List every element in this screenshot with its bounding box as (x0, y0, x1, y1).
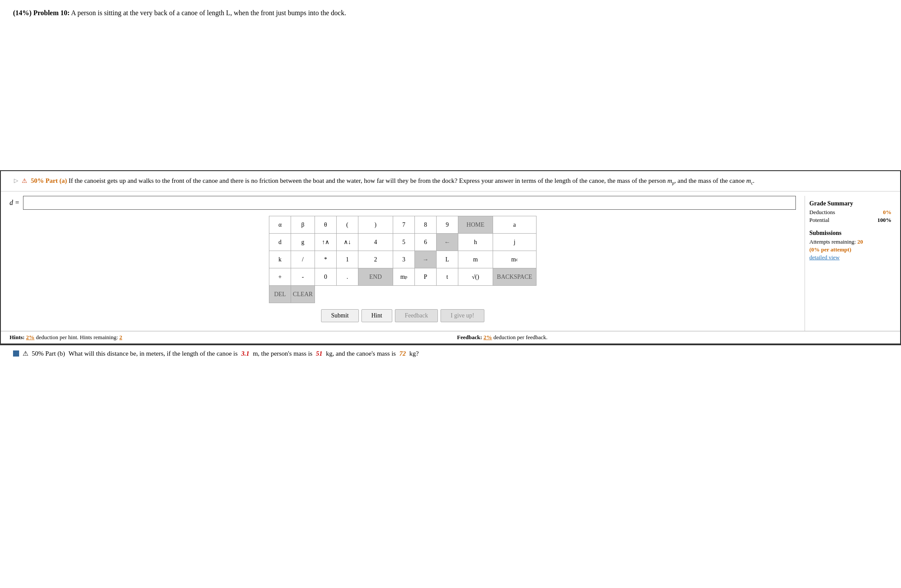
feedback-text: Feedback: (457, 334, 484, 340)
part-a-section: ▷ ⚠ 50% Part (a) If the canoeist gets up… (0, 170, 901, 344)
per-attempt-row: (0% per attempt) (809, 246, 891, 253)
part-a-label: 50% Part (a) (31, 177, 67, 184)
action-buttons: Submit Hint Feedback I give up! (10, 309, 796, 322)
part-a-body: d = α β θ ( ) 7 8 9 HOME (1, 192, 900, 331)
key-9[interactable]: 9 (437, 216, 458, 234)
key-6[interactable]: 6 (415, 234, 437, 251)
attempts-label: Attempts remaining: (809, 238, 856, 245)
key-end[interactable]: END (358, 268, 393, 286)
blue-square-icon (13, 350, 19, 357)
give-up-button[interactable]: I give up! (441, 309, 484, 322)
hint-button[interactable]: Hint (361, 309, 392, 322)
deductions-label: Deductions (809, 209, 835, 216)
diagram-area (0, 23, 901, 170)
key-h[interactable]: h (458, 234, 493, 251)
hints-feedback-bar: Hints: 2% deduction per hint. Hints rema… (1, 331, 900, 344)
potential-value: 100% (878, 217, 892, 224)
grade-summary-title: Grade Summary (809, 200, 891, 207)
keyboard-area: α β θ ( ) 7 8 9 HOME a d g ↑∧ (10, 216, 796, 303)
equation-label: d = (10, 199, 20, 207)
play-icon[interactable]: ▷ (14, 176, 18, 185)
part-b-statement-start: What will this distance be, in meters, i… (69, 350, 238, 357)
problem-percent: (14%) (13, 9, 32, 17)
grade-summary-panel: Grade Summary Deductions 0% Potential 10… (805, 196, 900, 331)
feedback-deduction-value[interactable]: 2% (484, 334, 492, 340)
key-asterisk[interactable]: * (315, 251, 337, 268)
part-a-left: d = α β θ ( ) 7 8 9 HOME (1, 196, 805, 331)
key-d[interactable]: d (269, 234, 291, 251)
key-clear[interactable]: CLEAR (291, 286, 315, 303)
detailed-view-link[interactable]: detailed view (809, 254, 840, 261)
key-mp[interactable]: mp (393, 268, 415, 286)
part-b-mass-c-value: 72 (399, 350, 406, 357)
key-j[interactable]: j (493, 234, 537, 251)
key-1[interactable]: 1 (337, 251, 358, 268)
key-2[interactable]: 2 (358, 251, 393, 268)
problem-statement: A person is sitting at the very back of … (71, 9, 346, 17)
part-b-header: ⚠ 50% Part (b) What will this distance b… (0, 344, 901, 362)
key-m[interactable]: m (458, 251, 493, 268)
key-theta[interactable]: θ (315, 216, 337, 234)
warning-icon: ⚠ (22, 176, 27, 186)
key-0[interactable]: 0 (315, 268, 337, 286)
submit-button[interactable]: Submit (321, 309, 358, 322)
key-beta[interactable]: β (291, 216, 315, 234)
key-k[interactable]: k (269, 251, 291, 268)
potential-row: Potential 100% (809, 217, 891, 224)
key-mc[interactable]: mc (493, 251, 537, 268)
key-del[interactable]: DEL (269, 286, 291, 303)
key-4[interactable]: 4 (358, 234, 393, 251)
detailed-view-row[interactable]: detailed view (809, 254, 891, 261)
key-slash[interactable]: / (291, 251, 315, 268)
key-close-paren[interactable]: ) (358, 216, 393, 234)
problem-header: (14%) Problem 10: A person is sitting at… (0, 0, 901, 23)
equation-row: d = (10, 196, 796, 210)
hints-col: Hints: 2% deduction per hint. Hints rema… (10, 334, 444, 341)
key-right-arrow[interactable]: → (415, 251, 437, 268)
key-t[interactable]: t (437, 268, 458, 286)
key-a[interactable]: a (493, 216, 537, 234)
key-sqrt[interactable]: √() (458, 268, 493, 286)
page-container: (14%) Problem 10: A person is sitting at… (0, 0, 901, 588)
part-b-label: 50% Part (b) (32, 350, 65, 357)
hints-middle-text: deduction per hint. Hints remaining: (36, 334, 118, 340)
key-g[interactable]: g (291, 234, 315, 251)
key-open-paren[interactable]: ( (337, 216, 358, 234)
feedback-button[interactable]: Feedback (395, 309, 438, 322)
key-L[interactable]: L (437, 251, 458, 268)
part-b-length-unit: m, the person's mass is (253, 350, 312, 357)
part-a-statement: If the canoeist gets up and walks to the… (69, 177, 755, 184)
deductions-value: 0% (883, 209, 892, 216)
key-8[interactable]: 8 (415, 216, 437, 234)
keyboard-grid: α β θ ( ) 7 8 9 HOME a d g ↑∧ (269, 216, 537, 303)
key-up-arrow[interactable]: ↑∧ (315, 234, 337, 251)
hints-remaining-value[interactable]: 2 (119, 334, 123, 340)
key-backspace[interactable]: BACKSPACE (493, 268, 537, 286)
answer-input[interactable] (23, 196, 796, 210)
hints-deduction-value[interactable]: 2% (26, 334, 35, 340)
key-5[interactable]: 5 (393, 234, 415, 251)
key-7[interactable]: 7 (393, 216, 415, 234)
attempts-row: Attempts remaining: 20 (809, 238, 891, 245)
part-b-length-value: 3.1 (241, 350, 249, 357)
key-3[interactable]: 3 (393, 251, 415, 268)
key-down-arrow[interactable]: ∧↓ (337, 234, 358, 251)
problem-number: Problem 10: (33, 9, 70, 17)
submissions-title: Submissions (809, 230, 891, 237)
key-plus[interactable]: + (269, 268, 291, 286)
key-alpha[interactable]: α (269, 216, 291, 234)
deductions-row: Deductions 0% (809, 209, 891, 216)
submissions-section: Submissions Attempts remaining: 20 (0% p… (809, 230, 891, 261)
key-dot[interactable]: . (337, 268, 358, 286)
key-minus[interactable]: - (291, 268, 315, 286)
key-P[interactable]: P (415, 268, 437, 286)
part-b-mass-p-unit: kg, and the canoe's mass is (326, 350, 396, 357)
key-left-arrow[interactable]: ← (437, 234, 458, 251)
grade-summary: Grade Summary Deductions 0% Potential 10… (809, 200, 891, 224)
part-b-mass-c-end: kg? (409, 350, 419, 357)
key-home[interactable]: HOME (458, 216, 493, 234)
feedback-col: Feedback: 2% deduction per feedback. (457, 334, 891, 341)
feedback-end-text: deduction per feedback. (494, 334, 548, 340)
part-b-mass-p-value: 51 (316, 350, 322, 357)
potential-label: Potential (809, 217, 829, 224)
